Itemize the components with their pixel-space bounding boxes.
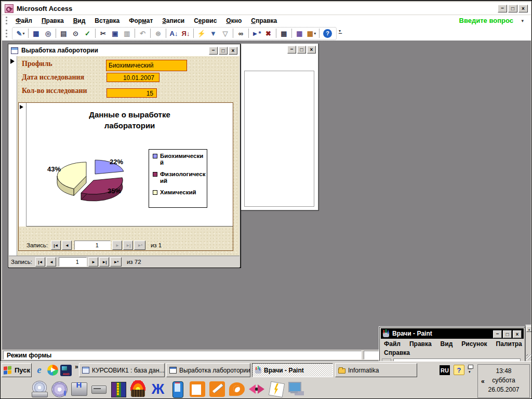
delete-record-button[interactable]: ✖ [262,28,274,39]
count-field[interactable]: 15 [107,88,157,98]
form-title-bar[interactable]: Выработка лаборотории – □ × [9,45,240,56]
openoffice-icon[interactable] [189,380,206,398]
menu-Окно[interactable]: Окно [221,16,246,25]
taskbar-button-1[interactable]: КУРСОВИК1 : база дан... [79,363,165,377]
filter-form-button[interactable]: ▼ [207,28,219,39]
language-indicator[interactable]: RU [440,365,450,375]
maximize-button[interactable]: □ [219,47,228,55]
toolbar-drag-handle[interactable] [6,30,7,37]
media-device-icon[interactable] [169,380,187,398]
minimize-button[interactable]: – [287,46,296,54]
record-number-input[interactable]: 1 [59,257,87,267]
sort-asc-button[interactable]: А↓ [168,28,180,39]
menu-Вставка[interactable]: Вставка [90,16,124,25]
menu-Сервис[interactable]: Сервис [189,16,221,25]
draw-app-icon[interactable] [208,380,226,398]
paint-menu-Палитра[interactable]: Палитра [496,340,522,348]
resize-grip-icon[interactable] [526,354,532,360]
background-window[interactable]: – □ × [241,43,318,210]
taskbar-button-4[interactable]: Informatika [335,363,417,377]
cd-burner-icon[interactable] [129,380,147,398]
menu-drag-handle[interactable] [6,17,7,24]
minimize-button[interactable]: – [493,330,502,338]
audio-cd-icon[interactable] [50,380,68,398]
maximize-button[interactable]: □ [297,46,306,54]
swirl-app-icon[interactable] [228,380,246,398]
cut-button[interactable]: ✂ [97,28,109,39]
menu-Вид[interactable]: Вид [69,16,90,25]
next-record-button[interactable]: ► [88,257,98,267]
view-button[interactable]: ✎▾ [15,28,26,39]
cd-drive-icon[interactable] [31,380,48,398]
paint-menu-Правка[interactable]: Правка [409,340,432,348]
close-button[interactable]: × [518,5,528,12]
last-record-button[interactable]: ►| [123,241,133,250]
paint-title-bar[interactable]: Врачи - Paint – □ × [381,328,524,339]
save-button[interactable]: ▦ [30,28,42,39]
tray-window-icon[interactable] [468,365,473,369]
winamp-icon[interactable] [268,380,285,398]
prev-record-button[interactable]: ◄ [62,241,72,250]
next-record-button[interactable]: ► [112,241,122,250]
record-selector-bar[interactable] [9,56,17,256]
hyperlink-button[interactable]: ⊛ [152,28,164,39]
new-record-button[interactable]: ►* [250,28,262,39]
winrar-icon[interactable] [110,380,127,398]
help-button[interactable]: ? [323,29,332,38]
menu-Формат[interactable]: Формат [124,16,157,25]
collapse-chevron-icon[interactable]: « [481,378,485,385]
paint-menu-Файл[interactable]: Файл [384,340,401,348]
removable-drive-icon[interactable] [90,380,108,398]
menu-Файл[interactable]: Файл [11,16,37,25]
maximize-button[interactable]: □ [503,330,512,338]
find-button[interactable]: ∞ [235,28,247,39]
menu-Правка[interactable]: Правка [37,16,69,25]
chevron-down-icon[interactable]: ▾ [521,18,524,23]
internet-explorer-icon[interactable]: e [34,365,45,376]
copy-button[interactable]: ▣ [109,28,121,39]
chevron-overflow-icon[interactable]: » [75,363,78,370]
menu-Записи[interactable]: Записи [157,16,189,25]
help-tray-icon[interactable]: ? [454,365,464,375]
date-field[interactable]: 10.01.2007 [107,73,159,82]
new-object-button[interactable]: ▦▾ [305,28,317,39]
minimize-button[interactable]: – [498,5,507,12]
blue-mascot-icon[interactable] [149,380,167,398]
start-button[interactable]: Пуск [2,363,32,377]
ask-question-box[interactable]: Введите вопрос [459,17,513,24]
maximize-button[interactable]: □ [508,5,517,12]
menu-Справка[interactable]: Справка [246,16,282,25]
last-record-button[interactable]: ►| [99,257,109,267]
print-button[interactable]: ▤ [58,28,70,39]
record-number-input[interactable]: 1 [74,241,111,250]
media-player-icon[interactable] [47,365,58,376]
first-record-button[interactable]: |◄ [51,241,61,250]
title-bar[interactable]: Microsoft Access – □ × [2,2,531,15]
quick-launch-app-icon[interactable] [60,365,72,376]
close-button[interactable]: × [513,330,522,338]
pink-bow-icon[interactable] [248,380,265,398]
paint-menu-Рисунок[interactable]: Рисунок [461,340,487,348]
subform-record-selector[interactable] [19,103,26,227]
first-record-button[interactable]: |◄ [35,257,45,267]
scroll-up-icon[interactable]: ▴ [526,326,532,332]
taskbar-button-3[interactable]: Врачи - Paint [252,363,333,377]
apply-filter-button[interactable]: ▽ [219,28,231,39]
tray-clock[interactable]: 13:48 суббота 26.05.2007 « [477,364,530,398]
sort-desc-button[interactable]: Я↓ [180,28,192,39]
new-record-button[interactable]: ►* [134,241,145,250]
spelling-button[interactable]: ✓ [82,28,94,39]
profile-field[interactable]: Биохимический [106,60,187,71]
paint-menu-Вид[interactable]: Вид [441,340,453,348]
workstation-icon[interactable] [287,380,305,398]
file-search-button[interactable]: ◎ [42,28,54,39]
print-preview-button[interactable]: ⊙ [70,28,82,39]
prev-record-button[interactable]: ◄ [46,257,56,267]
paste-button[interactable]: ▥ [121,28,133,39]
database-window-button[interactable]: ▦ [294,28,305,39]
toolbar-options-icon[interactable]: ▾▔ [339,29,342,38]
floppy-drive-icon[interactable] [70,380,88,398]
new-record-button[interactable]: ►* [110,257,122,267]
close-button[interactable]: × [229,47,237,55]
minimize-button[interactable]: – [209,47,218,55]
